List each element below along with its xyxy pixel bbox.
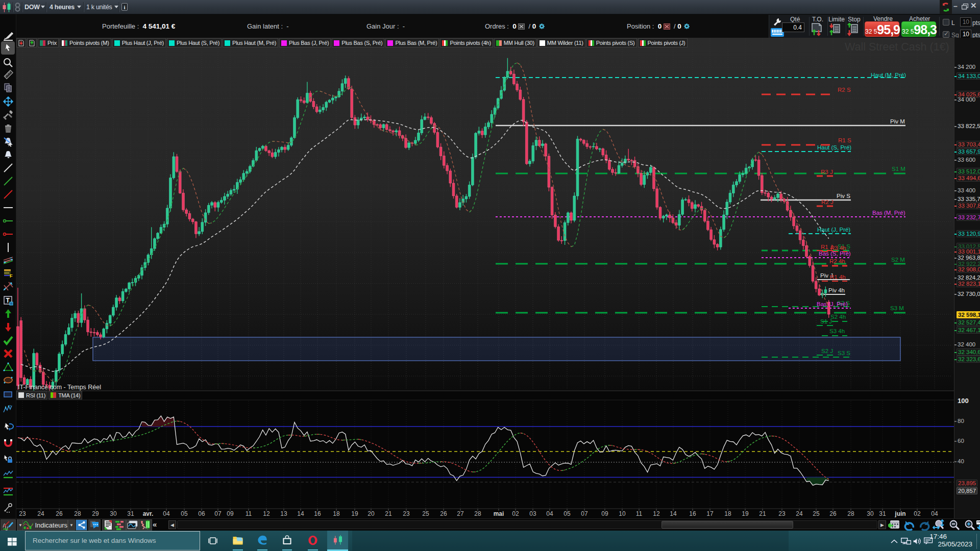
- svg-text:14: 14: [670, 510, 677, 517]
- svg-text:Wall Street Cash (1€): Wall Street Cash (1€): [845, 41, 949, 53]
- svg-text:17: 17: [706, 510, 714, 517]
- svg-text:31: 31: [879, 510, 886, 517]
- svg-text:23: 23: [403, 510, 410, 517]
- svg-text:T: T: [6, 297, 10, 304]
- svg-text:Haut (M, Pré): Haut (M, Pré): [871, 72, 906, 78]
- svg-text:04: 04: [931, 510, 938, 517]
- svg-text:28: 28: [847, 510, 854, 517]
- svg-text:16: 16: [314, 510, 321, 517]
- svg-text:20: 20: [368, 510, 375, 517]
- svg-text:S3 S: S3 S: [838, 350, 850, 356]
- svg-text:R1 4h: R1 4h: [830, 274, 846, 280]
- svg-text:31: 31: [127, 510, 134, 517]
- svg-text:07: 07: [214, 510, 222, 517]
- svg-text:24: 24: [37, 510, 44, 517]
- svg-text:Piv S: Piv S: [837, 193, 850, 199]
- svg-text:28: 28: [74, 510, 81, 517]
- svg-text:R2 S: R2 S: [838, 87, 851, 93]
- svg-text:30: 30: [867, 510, 874, 517]
- svg-text:S2 M: S2 M: [891, 257, 905, 263]
- svg-text:19: 19: [351, 510, 358, 517]
- svg-text:avr.: avr.: [143, 510, 154, 517]
- svg-text:04: 04: [546, 510, 553, 517]
- svg-text:16: 16: [689, 510, 696, 517]
- svg-text:26: 26: [56, 510, 63, 517]
- svg-text:04: 04: [163, 510, 170, 517]
- svg-text:F: F: [10, 273, 13, 279]
- svg-text:mai: mai: [494, 510, 504, 517]
- svg-text:18: 18: [333, 510, 340, 517]
- svg-text:23: 23: [19, 510, 26, 517]
- svg-text:30: 30: [110, 510, 117, 517]
- svg-text:S2 4h: S2 4h: [830, 314, 846, 320]
- svg-text:Haut (S, Pré): Haut (S, Pré): [817, 144, 851, 151]
- svg-text:12: 12: [653, 510, 660, 517]
- svg-text:Piv 4h: Piv 4h: [828, 287, 845, 293]
- svg-text:26: 26: [440, 510, 447, 517]
- svg-text:29: 29: [92, 510, 99, 517]
- svg-text:25: 25: [813, 510, 820, 517]
- svg-text:R2 4h: R2 4h: [829, 258, 845, 264]
- svg-text:05: 05: [181, 510, 188, 517]
- svg-text:S3 M: S3 M: [890, 305, 904, 311]
- svg-text:11: 11: [636, 510, 643, 517]
- svg-text:19: 19: [742, 510, 749, 517]
- svg-text:S2 J: S2 J: [821, 348, 833, 354]
- svg-text:07: 07: [581, 510, 588, 517]
- svg-text:06: 06: [198, 510, 205, 517]
- svg-text:21: 21: [385, 510, 392, 517]
- svg-text:R3 J: R3 J: [821, 169, 833, 175]
- svg-text:R2 J: R2 J: [821, 199, 834, 205]
- svg-text:14: 14: [297, 510, 304, 517]
- svg-text:Haut (J, Pré): Haut (J, Pré): [817, 227, 850, 233]
- svg-text:Bas (J, Pré): Bas (J, Pré): [817, 301, 848, 307]
- svg-text:28: 28: [474, 510, 481, 517]
- svg-text:05: 05: [564, 510, 571, 517]
- svg-text:12: 12: [263, 510, 270, 517]
- svg-text:S1 M: S1 M: [892, 166, 905, 172]
- svg-text:09: 09: [601, 510, 608, 517]
- svg-text:Piv M: Piv M: [890, 118, 905, 124]
- svg-text:03: 03: [529, 510, 536, 517]
- svg-text:02: 02: [914, 510, 921, 517]
- svg-text:juin: juin: [894, 510, 905, 517]
- svg-text:R1 S: R1 S: [838, 137, 851, 143]
- svg-text:27: 27: [457, 510, 464, 517]
- svg-text:24: 24: [796, 510, 803, 517]
- svg-text:18: 18: [724, 510, 731, 517]
- svg-text:10: 10: [619, 510, 626, 517]
- svg-text:23: 23: [778, 510, 786, 517]
- svg-text:02: 02: [512, 510, 519, 517]
- svg-text:26: 26: [829, 510, 837, 517]
- svg-text:09: 09: [227, 510, 234, 517]
- svg-text:Bas (S, Pré): Bas (S, Pré): [819, 251, 851, 257]
- svg-text:25: 25: [422, 510, 429, 517]
- svg-text:21: 21: [759, 510, 766, 517]
- svg-text:Bas (M, Pré): Bas (M, Pré): [872, 210, 905, 216]
- svg-text:IT-Finance.com - Temps Réel: IT-Finance.com - Temps Réel: [18, 384, 101, 391]
- svg-text:11: 11: [246, 510, 252, 517]
- svg-text:S3 4h: S3 4h: [829, 328, 845, 334]
- svg-text:13: 13: [280, 510, 287, 517]
- svg-text:S1 J: S1 J: [820, 318, 832, 324]
